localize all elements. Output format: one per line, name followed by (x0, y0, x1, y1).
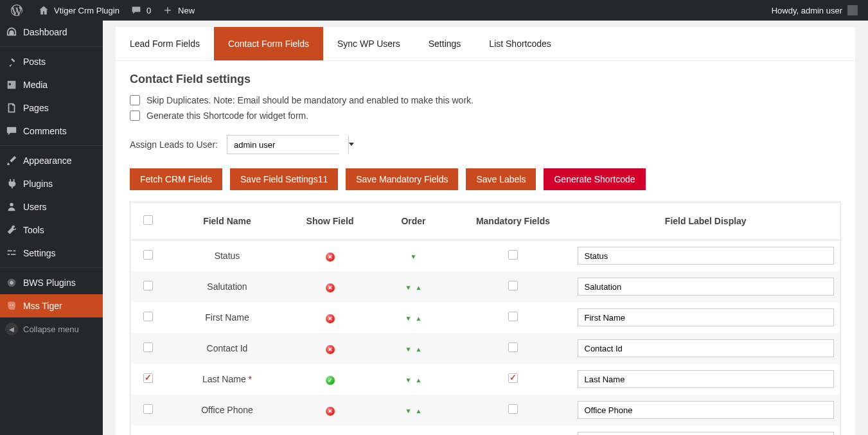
sidebar-item-users[interactable]: Users (0, 195, 103, 218)
save-settings-button[interactable]: Save Field Settings11 (230, 168, 338, 190)
collapse-arrow-icon: ◀ (5, 323, 18, 335)
show-field-status-icon[interactable]: ✕ (326, 314, 335, 323)
tab-lead-form-fields[interactable]: Lead Form Fields (116, 27, 214, 60)
table-row: Status✕▼ (130, 240, 841, 272)
sidebar-item-mss-tiger[interactable]: Mss Tiger (0, 294, 103, 317)
field-label-input[interactable] (578, 308, 835, 326)
table-row: First Name✕▼▲ (130, 302, 841, 333)
wp-admin-bar: Vtiger Crm Plugin 0 New Howdy, admin use… (0, 0, 868, 21)
assign-row: Assign Leads to User: (130, 135, 841, 154)
menu-separator (0, 143, 103, 146)
th-order: Order (372, 202, 456, 240)
wp-logo-item[interactable] (5, 0, 32, 21)
mandatory-checkbox[interactable] (508, 281, 518, 290)
plug-icon (5, 177, 18, 190)
field-name-cell: Status (166, 240, 288, 272)
tab-contact-form-fields[interactable]: Contact Form Fields (214, 27, 323, 60)
site-title: Vtiger Crm Plugin (54, 6, 120, 15)
pages-icon (5, 102, 18, 114)
field-label-input[interactable] (578, 278, 835, 296)
sidebar-item-appearance[interactable]: Appearance (0, 149, 103, 172)
field-label-input[interactable] (578, 247, 835, 265)
field-name-cell: Account Name (166, 425, 288, 435)
sidebar-item-pages[interactable]: Pages (0, 96, 103, 120)
chevron-down-icon[interactable] (348, 136, 354, 154)
select-all-checkbox[interactable] (143, 215, 153, 225)
sidebar-item-settings[interactable]: Settings (0, 242, 103, 265)
sidebar-menu: DashboardPostsMediaPagesCommentsAppearan… (0, 21, 103, 317)
howdy-item[interactable]: Howdy, admin user (766, 0, 863, 21)
fetch-crm-button[interactable]: Fetch CRM Fields (130, 168, 222, 190)
row-checkbox[interactable] (143, 312, 153, 321)
move-down-icon[interactable]: ▼ (403, 284, 414, 291)
generate-shortcode-button[interactable]: Generate Shortcode (544, 168, 645, 190)
table-row: Office Phone✕▼▲ (130, 395, 841, 425)
sidebar-item-label: Posts (23, 57, 46, 67)
mandatory-checkbox[interactable] (508, 250, 518, 260)
sidebar-item-bws-plugins[interactable]: BWS Plugins (0, 271, 103, 294)
sliders-icon (5, 247, 18, 260)
show-field-status-icon[interactable]: ✕ (326, 283, 335, 292)
move-down-icon[interactable]: ▼ (409, 253, 419, 260)
th-field-label: Field Label Display (571, 202, 841, 240)
sidebar-item-tools[interactable]: Tools (0, 218, 103, 242)
move-down-icon[interactable]: ▼ (403, 377, 414, 384)
show-field-status-icon[interactable]: ✕ (326, 345, 335, 354)
plus-icon (161, 4, 174, 17)
mandatory-checkbox[interactable] (508, 312, 518, 321)
th-mandatory: Mandatory Fields (456, 202, 571, 240)
row-checkbox[interactable] (143, 373, 153, 383)
save-labels-button[interactable]: Save Labels (466, 168, 536, 190)
comments-item[interactable]: 0 (125, 0, 156, 21)
show-field-status-icon[interactable]: ✕ (326, 407, 335, 416)
move-down-icon[interactable]: ▼ (403, 315, 414, 322)
tab-sync-wp-users[interactable]: Sync WP Users (323, 27, 414, 60)
move-down-icon[interactable]: ▼ (403, 346, 414, 353)
assign-user-input[interactable] (227, 136, 348, 154)
field-label-input[interactable] (578, 339, 835, 357)
tab-list-shortcodes[interactable]: List Shortcodes (475, 27, 565, 60)
avatar (847, 5, 858, 15)
generate-shortcode-checkbox[interactable] (130, 111, 140, 121)
save-mandatory-button[interactable]: Save Mandatory Fields (346, 168, 458, 190)
move-up-icon[interactable]: ▲ (414, 377, 424, 384)
skip-duplicates-label: Skip Duplicates. Note: Email should be m… (146, 95, 474, 105)
row-checkbox[interactable] (143, 342, 153, 352)
row-checkbox[interactable] (143, 281, 153, 290)
field-label-input[interactable] (578, 370, 835, 388)
field-label-input[interactable] (578, 401, 835, 419)
sidebar-item-dashboard[interactable]: Dashboard (0, 21, 103, 44)
comments-count: 0 (146, 6, 151, 15)
tab-settings[interactable]: Settings (414, 27, 475, 60)
skip-duplicates-checkbox[interactable] (130, 95, 140, 105)
move-up-icon[interactable]: ▲ (414, 346, 424, 353)
assign-user-select[interactable] (227, 135, 339, 154)
sidebar-item-label: Mss Tiger (23, 301, 62, 311)
sidebar-item-label: Pages (23, 103, 49, 113)
field-label-input[interactable] (578, 432, 835, 435)
mandatory-checkbox[interactable] (508, 404, 518, 414)
menu-separator (0, 44, 103, 47)
move-up-icon[interactable]: ▲ (414, 315, 424, 322)
sidebar-item-media[interactable]: Media (0, 73, 103, 96)
row-checkbox[interactable] (143, 404, 153, 414)
mandatory-checkbox[interactable] (508, 373, 518, 383)
admin-bar-left: Vtiger Crm Plugin 0 New (5, 0, 200, 21)
sidebar-item-posts[interactable]: Posts (0, 50, 103, 73)
mandatory-checkbox[interactable] (508, 342, 518, 352)
table-row: Account Name✕▼▲ (130, 425, 841, 435)
move-down-icon[interactable]: ▼ (403, 407, 414, 414)
sidebar-item-plugins[interactable]: Plugins (0, 172, 103, 195)
row-checkbox[interactable] (143, 250, 153, 260)
move-up-icon[interactable]: ▲ (414, 407, 424, 414)
field-name-cell: First Name (166, 302, 288, 333)
site-home-item[interactable]: Vtiger Crm Plugin (32, 0, 125, 21)
table-row: Contact Id✕▼▲ (130, 333, 841, 364)
show-field-status-icon[interactable]: ✓ (326, 376, 335, 385)
wordpress-icon (10, 4, 23, 17)
sidebar-item-comments[interactable]: Comments (0, 120, 103, 143)
show-field-status-icon[interactable]: ✕ (326, 253, 335, 262)
collapse-menu[interactable]: ◀ Collapse menu (0, 317, 103, 341)
move-up-icon[interactable]: ▲ (414, 284, 424, 291)
new-item[interactable]: New (156, 0, 200, 21)
